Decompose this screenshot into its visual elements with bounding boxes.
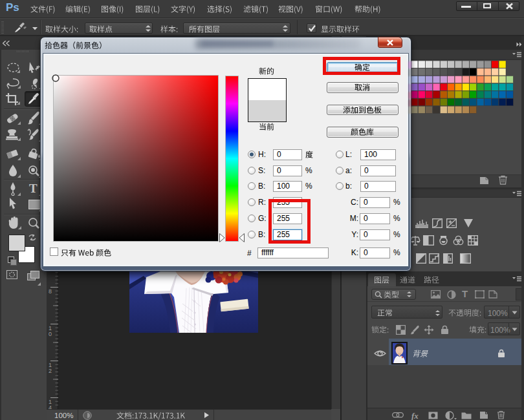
svg-text:1: 1 (49, 325, 52, 331)
svg-text:0: 0 (49, 331, 52, 337)
svg-text:8: 8 (49, 288, 52, 295)
svg-text:2: 2 (49, 368, 52, 374)
svg-text:1: 1 (49, 362, 52, 368)
svg-text:1: 1 (49, 399, 52, 405)
svg-text:4: 4 (49, 404, 52, 409)
